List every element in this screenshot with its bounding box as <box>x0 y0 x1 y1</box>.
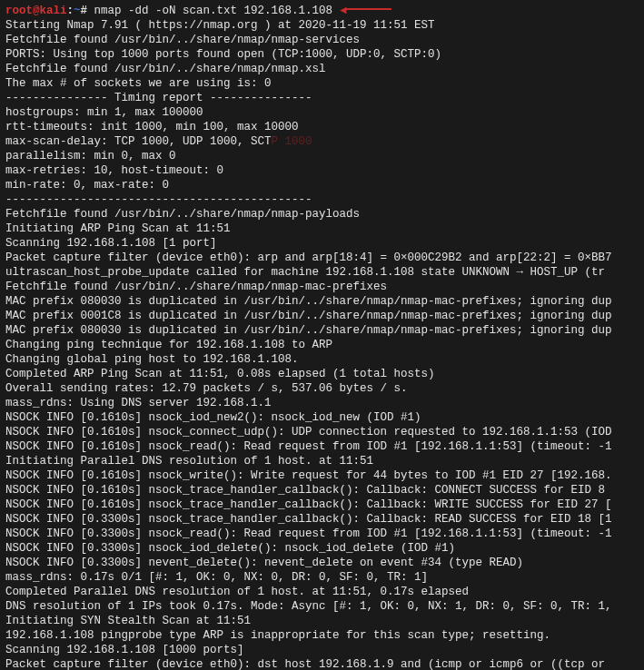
output-line: NSOCK INFO [0.3300s] nsock_iod_delete():… <box>5 541 639 556</box>
output-line: Initiating Parallel DNS resolution of 1 … <box>5 454 639 468</box>
output-line: rtt-timeouts: init 1000, min 100, max 10… <box>5 120 639 134</box>
output-line: Packet capture filter (device eth0): arp… <box>5 251 639 265</box>
output-line: Initiating ARP Ping Scan at 11:51 <box>5 222 639 236</box>
output-line: min-rate: 0, max-rate: 0 <box>5 178 639 192</box>
output-line: NSOCK INFO [0.1610s] nsock_connect_udp()… <box>5 425 639 439</box>
output-line: mass_rdns: 0.17s 0/1 [#: 1, OK: 0, NX: 0… <box>5 570 639 585</box>
output-line: Completed Parallel DNS resolution of 1 h… <box>5 585 639 599</box>
output-line: mass_rdns: Using DNS server 192.168.1.1 <box>5 396 639 410</box>
output-line: NSOCK INFO [0.1610s] nsock_iod_new2(): n… <box>5 410 639 425</box>
output-line: PORTS: Using top 1000 ports found open (… <box>5 47 639 62</box>
timing-report-header: --------------- Timing report ----------… <box>5 91 639 105</box>
output-line: Fetchfile found /usr/bin/../share/nmap/n… <box>5 33 639 47</box>
output-line: NSOCK INFO [0.3300s] nevent_delete(): ne… <box>5 556 639 570</box>
output-line: NSOCK INFO [0.1610s] nsock_trace_handler… <box>5 483 639 498</box>
command-input[interactable]: nmap -dd -oN scan.txt 192.168.1.108 <box>87 4 332 18</box>
output-line: NSOCK INFO [0.3300s] nsock_read(): Read … <box>5 527 639 541</box>
output-line: hostgroups: min 1, max 100000 <box>5 105 639 120</box>
output-line: NSOCK INFO [0.3300s] nsock_trace_handler… <box>5 512 639 527</box>
output-line: max-scan-delay: TCP 1000, UDP 1000, SCTP… <box>5 134 639 149</box>
output-line: Changing global ping host to 192.168.1.1… <box>5 352 639 367</box>
output-line: Packet capture filter (device eth0): dst… <box>5 657 639 670</box>
output-line: parallelism: min 0, max 0 <box>5 149 639 163</box>
output-line: 192.168.1.108 pingprobe type ARP is inap… <box>5 628 639 643</box>
output-line: Starting Nmap 7.91 ( https://nmap.org ) … <box>5 18 639 33</box>
output-line: Initiating SYN Stealth Scan at 11:51 <box>5 614 639 628</box>
output-line: Fetchfile found /usr/bin/../share/nmap/n… <box>5 207 639 222</box>
output-line: NSOCK INFO [0.1610s] nsock_write(): Writ… <box>5 468 639 483</box>
output-line: MAC prefix 0001C8 is duplicated in /usr/… <box>5 309 639 323</box>
output-line: max-retries: 10, host-timeout: 0 <box>5 163 639 178</box>
prompt-symbol: # <box>81 4 88 18</box>
output-line: NSOCK INFO [0.1610s] nsock_read(): Read … <box>5 439 639 454</box>
output-line: Overall sending rates: 12.79 packets / s… <box>5 381 639 396</box>
prompt-path: ~ <box>74 4 81 18</box>
prompt-line: root@kali:~# nmap -dd -oN scan.txt 192.1… <box>5 4 639 18</box>
watermark-text: P 1000 <box>272 135 312 148</box>
output-line: DNS resolution of 1 IPs took 0.17s. Mode… <box>5 599 639 614</box>
output-line: ultrascan_host_probe_update called for m… <box>5 265 639 280</box>
timing-report-footer: ----------------------------------------… <box>5 192 639 207</box>
prompt-user: root@kali <box>5 4 67 18</box>
arrow-annotation-icon: ◄ <box>340 4 391 18</box>
output-line: NSOCK INFO [0.1610s] nsock_trace_handler… <box>5 498 639 512</box>
output-line: Fetchfile found /usr/bin/../share/nmap/n… <box>5 62 639 76</box>
output-line: MAC prefix 080030 is duplicated in /usr/… <box>5 323 639 338</box>
prompt-colon: : <box>67 4 74 18</box>
output-line: Scanning 192.168.1.108 [1000 ports] <box>5 643 639 657</box>
output-line: Completed ARP Ping Scan at 11:51, 0.08s … <box>5 367 639 381</box>
output-line: Changing ping technique for 192.168.1.10… <box>5 338 639 352</box>
output-line: Fetchfile found /usr/bin/../share/nmap/n… <box>5 280 639 294</box>
output-line: MAC prefix 080030 is duplicated in /usr/… <box>5 294 639 309</box>
output-line: The max # of sockets we are using is: 0 <box>5 76 639 91</box>
output-line: Scanning 192.168.1.108 [1 port] <box>5 236 639 251</box>
